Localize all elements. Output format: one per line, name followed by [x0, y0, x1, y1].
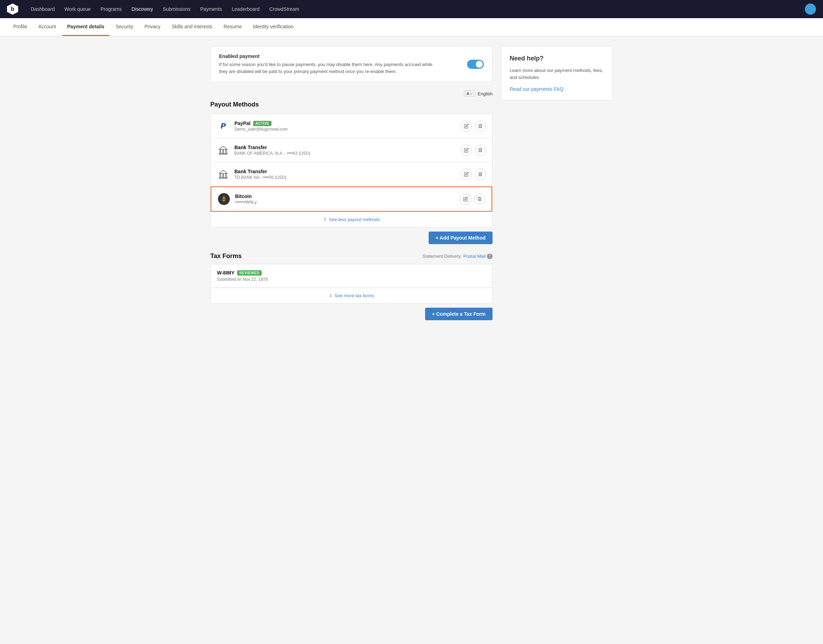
tab-privacy[interactable]: Privacy	[140, 18, 165, 36]
bank2-info: Bank Transfer TD BANK NA - ••••56 (USD)	[234, 169, 461, 180]
bank2-actions	[461, 169, 486, 180]
tax-form-reviewed-badge: REVIEWED	[237, 270, 261, 276]
bank1-actions	[461, 144, 486, 156]
svg-rect-1	[220, 149, 221, 154]
statement-delivery-label: Statement Delivery:	[422, 253, 462, 259]
svg-rect-2	[223, 149, 224, 154]
tab-skills[interactable]: Skills and interests	[167, 18, 217, 36]
tax-form-name: W-8IMY	[217, 270, 234, 276]
sub-navigation: Profile Account Payment details Security…	[0, 18, 823, 36]
bank2-detail: TD BANK NA - ••••56 (USD)	[234, 175, 461, 180]
main-column: Enabled payment If for some reason you'd…	[210, 46, 493, 320]
payout-item-bank1: Bank Transfer BANK OF AMERICA, N.A. - ••…	[210, 138, 492, 163]
statement-delivery: Statement Delivery: Postal Mail ?	[422, 253, 493, 259]
see-more-tax-label: See more tax forms	[335, 293, 374, 298]
help-description: Learn more about our payment methods, fe…	[510, 67, 604, 81]
tax-forms-card: W-8IMY REVIEWED Submitted on Nov 22, 197…	[210, 264, 493, 304]
statement-delivery-help-icon[interactable]: ?	[487, 253, 493, 259]
payment-toggle-description: If for some reason you'd like to pause p…	[219, 61, 436, 75]
bank1-detail: BANK OF AMERICA, N.A. - ••••63 (USD)	[234, 151, 461, 156]
nav-crowdstream[interactable]: CrowdStream	[265, 4, 304, 14]
nav-dashboard[interactable]: Dashboard	[26, 4, 59, 14]
bank1-name: Bank Transfer	[234, 144, 267, 150]
user-avatar[interactable]	[805, 3, 816, 15]
tax-forms-header: Tax Forms Statement Delivery: Postal Mai…	[210, 253, 493, 260]
complete-tax-row: + Complete a Tax Form	[210, 308, 493, 320]
complete-tax-button[interactable]: + Complete a Tax Form	[425, 308, 493, 320]
tab-account[interactable]: Account	[34, 18, 61, 36]
chevron-up-icon: ⇧	[323, 217, 327, 222]
statement-delivery-value: Postal Mail	[463, 253, 485, 259]
tab-security[interactable]: Security	[111, 18, 138, 36]
paypal-icon: P	[217, 120, 229, 132]
see-less-payout-label: See less payout methods	[329, 217, 380, 222]
tax-form-submitted-date: Submitted on Nov 22, 1978	[217, 277, 486, 282]
nav-submissions[interactable]: Submissions	[158, 4, 195, 14]
logo[interactable]: b	[7, 3, 18, 15]
svg-rect-5	[220, 173, 221, 178]
tax-form-item-w8imy: W-8IMY REVIEWED Submitted on Nov 22, 197…	[210, 264, 492, 288]
bank2-edit-button[interactable]	[461, 169, 472, 180]
bank2-name: Bank Transfer	[234, 169, 267, 174]
tab-identity[interactable]: Identity verification	[248, 18, 298, 36]
paypal-edit-button[interactable]	[461, 121, 472, 132]
paypal-actions	[461, 121, 486, 132]
payout-item-bitcoin-wrapper: ₿ Bitcoin •••••••WNLy	[210, 187, 492, 212]
paypal-delete-button[interactable]	[475, 121, 486, 132]
bank2-icon	[217, 168, 229, 181]
language-row: A↔ English	[210, 90, 493, 97]
payment-toggle-label: Enabled payment	[219, 54, 436, 59]
paypal-detail: Demo_user@bugcrowd.com	[234, 127, 461, 132]
top-nav-links: Dashboard Work queue Programs Discovery …	[26, 4, 805, 14]
bitcoin-info: Bitcoin •••••••WNLy	[235, 193, 460, 205]
tab-payment-details[interactable]: Payment details	[62, 18, 109, 36]
see-less-payout-row[interactable]: ⇧ See less payout methods	[210, 212, 492, 227]
payment-toggle-section: Enabled payment If for some reason you'd…	[210, 46, 493, 82]
language-icon-badge: A↔	[464, 90, 475, 97]
top-navigation: b Dashboard Work queue Programs Discover…	[0, 0, 823, 18]
chevron-down-icon: ⇩	[329, 293, 333, 298]
add-payout-button[interactable]: + Add Payout Method	[428, 232, 493, 244]
nav-payments[interactable]: Payments	[196, 4, 226, 14]
add-payout-row: + Add Payout Method	[210, 232, 493, 244]
payout-methods-card: P PayPal ACTIVE Demo_user@bugcrowd.com	[210, 114, 493, 227]
help-title: Need help?	[510, 55, 604, 62]
tax-forms-title: Tax Forms	[210, 253, 242, 260]
see-more-tax-row[interactable]: ⇩ See more tax forms	[210, 288, 492, 303]
side-column: Need help? Learn more about our payment …	[501, 46, 613, 320]
page-content: Enabled payment If for some reason you'd…	[202, 36, 621, 330]
bank1-info: Bank Transfer BANK OF AMERICA, N.A. - ••…	[234, 144, 461, 156]
bitcoin-delete-button[interactable]	[474, 193, 485, 205]
bitcoin-edit-button[interactable]	[460, 193, 471, 205]
bitcoin-detail: •••••••WNLy	[235, 200, 460, 205]
svg-rect-6	[223, 173, 224, 178]
nav-workqueue[interactable]: Work queue	[60, 4, 95, 14]
paypal-info: PayPal ACTIVE Demo_user@bugcrowd.com	[234, 121, 461, 132]
read-faq-link[interactable]: Read our payments FAQ	[510, 86, 564, 92]
paypal-name: PayPal	[234, 121, 250, 126]
bank2-delete-button[interactable]	[475, 169, 486, 180]
bitcoin-name: Bitcoin	[235, 193, 252, 199]
bank1-edit-button[interactable]	[461, 144, 472, 156]
paypal-active-badge: ACTIVE	[253, 121, 272, 126]
payout-methods-title: Payout Methods	[210, 101, 493, 108]
payout-item-bitcoin: ₿ Bitcoin •••••••WNLy	[211, 187, 491, 211]
svg-rect-3	[226, 149, 226, 154]
nav-discovery[interactable]: Discovery	[127, 4, 157, 14]
payment-enabled-toggle[interactable]	[467, 60, 484, 69]
bank1-delete-button[interactable]	[475, 144, 486, 156]
payout-item-bank2: Bank Transfer TD BANK NA - ••••56 (USD)	[210, 163, 492, 187]
bitcoin-icon: ₿	[218, 193, 230, 205]
payout-item-paypal: P PayPal ACTIVE Demo_user@bugcrowd.com	[210, 114, 492, 138]
nav-programs[interactable]: Programs	[97, 4, 126, 14]
tab-profile[interactable]: Profile	[8, 18, 32, 36]
bitcoin-actions	[460, 193, 485, 205]
language-selector[interactable]: English	[478, 91, 493, 97]
svg-rect-7	[226, 173, 226, 178]
help-card: Need help? Learn more about our payment …	[501, 46, 613, 101]
nav-leaderboard[interactable]: Leaderboard	[228, 4, 264, 14]
bank1-icon	[217, 144, 229, 156]
payment-toggle-text: Enabled payment If for some reason you'd…	[219, 54, 436, 75]
tab-resume[interactable]: Resume	[219, 18, 247, 36]
